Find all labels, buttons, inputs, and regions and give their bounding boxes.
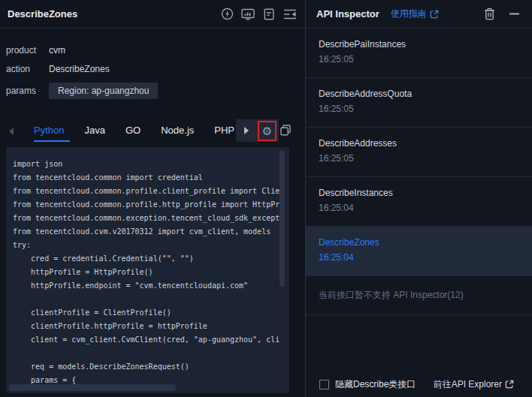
api-call-list: DescribePaiInstances 16:25:05 DescribeAd… <box>306 29 532 315</box>
hide-describe-label: 隐藏Describe类接口 <box>335 378 416 391</box>
list-item-describeaddressquota[interactable]: DescribeAddressQuota 16:25:05 <box>306 78 532 128</box>
language-tabs: Python Java GO Node.js PHP <box>34 119 239 143</box>
api-timestamp: 16:25:04 <box>319 252 532 263</box>
action-value: DescribeZones <box>49 64 110 74</box>
list-item-describeaddresses[interactable]: DescribeAddresses 16:25:05 <box>306 128 532 177</box>
collapse-panel-icon[interactable] <box>283 7 298 22</box>
api-inspector-panel: API Inspector 使用指南 Descri <box>306 0 532 397</box>
api-explorer-label: 前往API Explorer <box>434 378 502 391</box>
horizontal-scrollbar[interactable] <box>9 384 176 391</box>
region-param-tag: Region: ap-guangzhou <box>49 83 158 99</box>
tab-scroll-left-icon[interactable] <box>9 128 14 135</box>
inspector-header-icons <box>482 7 521 22</box>
code-sample[interactable]: import json from tencentcloud.common imp… <box>6 147 289 387</box>
left-header-icons <box>219 7 298 22</box>
list-item-describepaiinstances[interactable]: DescribePaiInstances 16:25:05 <box>306 29 532 78</box>
external-link-icon <box>430 10 439 19</box>
api-name: DescribePaiInstances <box>319 39 532 50</box>
action-label: action <box>6 64 49 74</box>
left-header: DescribeZones <box>0 0 305 29</box>
gear-icon[interactable]: ⚙ <box>262 125 272 137</box>
trash-icon[interactable] <box>482 7 497 22</box>
product-value: cvm <box>49 45 65 56</box>
usage-guide-link[interactable]: 使用指南 <box>391 8 439 20</box>
inspector-header: API Inspector 使用指南 <box>306 0 532 29</box>
api-timestamp: 16:25:04 <box>319 203 532 213</box>
inspector-title: API Inspector <box>316 8 379 20</box>
request-meta: product cvm action DescribeZones params … <box>6 45 299 107</box>
api-name: DescribeZones <box>319 237 532 248</box>
meta-row-action: action DescribeZones <box>6 64 299 74</box>
api-name: DescribeAddressQuota <box>319 89 532 99</box>
params-label: params <box>6 86 49 96</box>
inspector-footer: 隐藏Describe类接口 前往API Explorer <box>306 376 532 392</box>
tab-scroll-right-icon[interactable] <box>244 127 249 134</box>
product-label: product <box>6 45 49 56</box>
list-item-describezones-selected[interactable]: DescribeZones 16:25:04 <box>306 227 532 276</box>
api-detail-panel: DescribeZones <box>0 0 306 397</box>
api-explorer-link[interactable]: 前往API Explorer <box>434 378 514 391</box>
code-sample-block: import json from tencentcloud.common imp… <box>6 147 289 393</box>
api-name: DescribeAddresses <box>319 138 532 149</box>
console-icon[interactable] <box>240 7 255 22</box>
api-timestamp: 16:25:05 <box>319 153 532 164</box>
meta-row-product: product cvm <box>6 45 299 56</box>
usage-guide-label: 使用指南 <box>391 8 427 20</box>
api-name: DescribeInstances <box>319 188 532 198</box>
external-link-icon <box>505 380 514 389</box>
document-icon[interactable] <box>261 7 277 22</box>
minimize-icon[interactable] <box>506 7 521 22</box>
unsupported-notice: 当前接口暂不支持 API Inspector(12) <box>319 289 464 302</box>
api-timestamp: 16:25:05 <box>319 104 532 114</box>
unsupported-notice-row: 当前接口暂不支持 API Inspector(12) <box>306 276 532 315</box>
tab-go[interactable]: GO <box>125 119 141 143</box>
list-item-describeinstances[interactable]: DescribeInstances 16:25:04 <box>306 177 532 227</box>
tab-java[interactable]: Java <box>84 119 104 143</box>
api-timestamp: 16:25:05 <box>319 54 532 65</box>
lightning-circle-icon[interactable] <box>219 7 234 22</box>
annotation-highlight-box: ⚙ <box>258 121 277 141</box>
vertical-scrollbar[interactable] <box>280 150 285 287</box>
hide-describe-checkbox[interactable] <box>319 380 329 389</box>
page-title: DescribeZones <box>8 8 77 20</box>
language-tabstrip: Python Java GO Node.js PHP ⚙ <box>0 119 306 143</box>
tab-php[interactable]: PHP <box>214 119 234 143</box>
tab-python[interactable]: Python <box>34 119 64 143</box>
meta-row-params: params Region: ap-guangzhou <box>6 83 299 99</box>
copy-icon[interactable] <box>280 125 291 136</box>
tab-nodejs[interactable]: Node.js <box>161 119 194 143</box>
